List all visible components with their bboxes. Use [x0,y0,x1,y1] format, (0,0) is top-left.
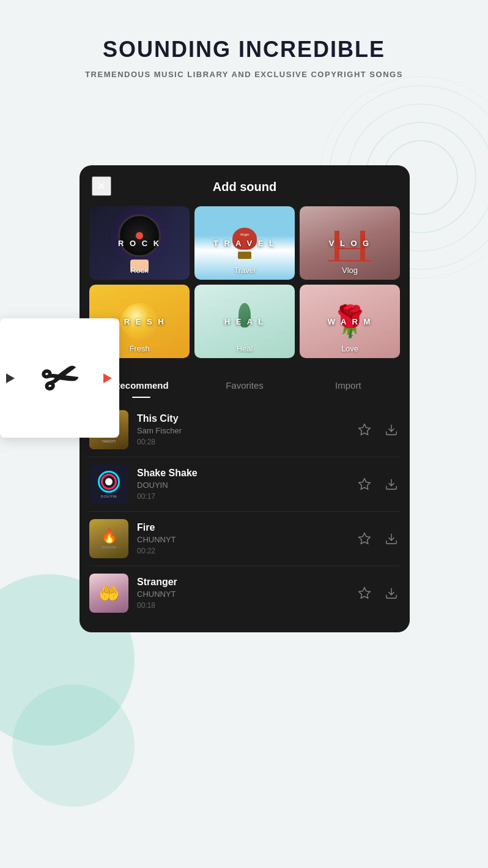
song-title-2: Shake Shake [137,468,347,479]
decorative-blob-2 [12,684,135,807]
genre-travel-name-overlay: T R A V E L [213,239,276,248]
song-artist-3: CHUNNYT [137,535,347,544]
genre-vlog-label: Vlog [300,266,400,275]
favorite-button-4[interactable] [356,585,373,602]
page-subtitle: TREMENDOUS MUSIC LIBRARY AND EXCLUSIVE C… [24,70,464,79]
genre-vlog-name-overlay: V L O G [329,239,371,248]
modal-title: Add sound [213,180,276,194]
favorite-button-2[interactable] [356,476,373,493]
favorite-button-3[interactable] [356,530,373,547]
download-button-1[interactable] [383,421,400,438]
song-info-4: Stranger CHUNNYT 00:18 [137,577,347,610]
song-artist-2: DOUYIN [137,481,347,490]
close-button[interactable]: × [92,176,111,196]
header-section: SOUNDING INCREDIBLE TREMENDOUS MUSIC LIB… [0,0,488,97]
song-thumbnail-2: DOUYIN [89,465,128,504]
genre-item-vlog[interactable]: V L O G Vlog [300,206,400,280]
floating-scissors-card: ✂ [0,318,119,438]
song-thumbnail-4: 🤲 [89,574,128,613]
genre-rock-label: Rock [89,266,190,275]
play-right-icon [103,373,112,383]
favorite-button-1[interactable] [356,421,373,438]
svg-marker-9 [359,533,370,544]
svg-marker-11 [359,588,370,598]
svg-marker-7 [359,479,370,489]
song-actions-4 [356,585,400,602]
tabs-section: Recommend Favorites Import [79,368,410,397]
song-duration-3: 00:22 [137,547,347,555]
song-artist-1: Sam Fischer [137,426,347,435]
song-title-4: Stranger [137,577,347,588]
genre-love-name-overlay: W A R M [328,317,372,326]
genre-item-love[interactable]: 🌹 W A R M Love [300,285,400,358]
download-button-2[interactable] [383,476,400,493]
song-thumbnail-3: 🔥 DOUYIN [89,519,128,558]
song-list: SAM FISCHER THISCITY This City Sam Fisch… [79,397,410,620]
tab-favorites[interactable]: Favorites [193,374,296,397]
song-item[interactable]: DOUYIN Shake Shake DOUYIN 00:17 [89,457,400,512]
song-artist-4: CHUNNYT [137,589,347,599]
song-item[interactable]: 🤲 Stranger CHUNNYT 00:18 [89,566,400,620]
modal-header: × Add sound [79,165,410,206]
song-actions-1 [356,421,400,438]
song-title-3: Fire [137,522,347,533]
song-info-3: Fire CHUNNYT 00:22 [137,522,347,555]
genre-fresh-name-overlay: F R E S H [113,317,166,326]
douyin-logo-icon [98,471,120,493]
song-duration-4: 00:18 [137,601,347,610]
song-duration-1: 00:28 [137,438,347,446]
fire-emoji-icon: 🔥 [101,528,117,544]
svg-marker-5 [359,424,370,435]
download-button-3[interactable] [383,530,400,547]
genre-item-rock[interactable]: R O C K Rock [89,206,190,280]
song-info-1: This City Sam Fischer 00:28 [137,413,347,446]
song-item[interactable]: SAM FISCHER THISCITY This City Sam Fisch… [89,403,400,457]
genre-travel-label: Travel [194,266,295,275]
song-info-2: Shake Shake DOUYIN 00:17 [137,468,347,501]
genre-rock-name-overlay: R O C K [118,239,161,248]
genre-heal-label: Heal [194,344,295,353]
genre-grid: R O C K Rock T R A V E L Travel [79,206,410,368]
download-button-4[interactable] [383,585,400,602]
song-item[interactable]: 🔥 DOUYIN Fire CHUNNYT 00:22 [89,512,400,566]
page-title: SOUNDING INCREDIBLE [24,37,464,62]
genre-item-travel[interactable]: T R A V E L Travel [194,206,295,280]
tab-import[interactable]: Import [297,374,400,397]
genre-love-label: Love [300,344,400,353]
play-left-icon [6,373,15,383]
genre-item-heal[interactable]: H E A L Heal [194,285,295,358]
genre-heal-name-overlay: H E A L [224,317,265,326]
song-actions-3 [356,530,400,547]
song-title-1: This City [137,413,347,424]
heart-hands-icon: 🤲 [98,583,120,604]
add-sound-modal: × Add sound R O C K Rock T R A V E L [79,165,410,632]
song-actions-2 [356,476,400,493]
song-duration-2: 00:17 [137,492,347,501]
scissors-symbol: ✂ [36,352,83,404]
